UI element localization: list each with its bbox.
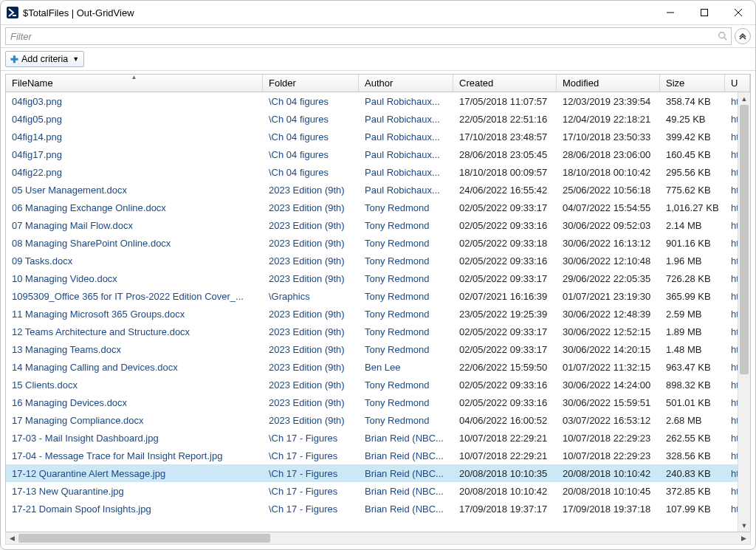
table-row[interactable]: 04fig17.png\Ch 04 figuresPaul Robichaux.… bbox=[6, 145, 750, 163]
cell: 775.62 KB bbox=[660, 181, 725, 199]
cell: 05 User Management.docx bbox=[6, 181, 263, 199]
table-row[interactable]: 17-04 - Message Trace for Mail Insight R… bbox=[6, 447, 750, 464]
column-header-modified[interactable]: Modified bbox=[557, 75, 660, 92]
expand-filter-button[interactable] bbox=[735, 28, 751, 44]
filter-placeholder: Filter bbox=[10, 31, 32, 42]
cell: 726.28 KB bbox=[660, 269, 725, 287]
hscroll-thumb[interactable] bbox=[18, 534, 270, 543]
cell: 25/06/2022 10:56:18 bbox=[557, 181, 660, 199]
scroll-down-arrow-icon[interactable]: ▼ bbox=[738, 519, 750, 532]
cell: 1,016.27 KB bbox=[660, 199, 725, 216]
scroll-up-arrow-icon[interactable]: ▲ bbox=[738, 92, 750, 105]
table-row[interactable]: 15 Clients.docx2023 Edition (9th)Tony Re… bbox=[6, 376, 750, 393]
cell: 2023 Edition (9th) bbox=[263, 181, 359, 199]
table-row[interactable]: 17-03 - Mail Insight Dashboard.jpg\Ch 17… bbox=[6, 429, 750, 447]
minimize-button[interactable] bbox=[653, 1, 687, 24]
cell: Tony Redmond bbox=[359, 287, 453, 305]
table-row[interactable]: 06 Managing Exchange Online.docx2023 Edi… bbox=[6, 199, 750, 216]
window-title: $TotalFiles | Out-GridView bbox=[23, 7, 653, 18]
cell: 12 Teams Architecture and Structure.docx bbox=[6, 323, 263, 340]
cell: 18/10/2018 00:10:42 bbox=[557, 163, 660, 181]
cell: 2023 Edition (9th) bbox=[263, 305, 359, 323]
scroll-track[interactable] bbox=[738, 105, 750, 519]
table-row[interactable]: 17 Managing Compliance.docx2023 Edition … bbox=[6, 411, 750, 429]
cell: Tony Redmond bbox=[359, 340, 453, 358]
cell: \Ch 17 - Figures bbox=[263, 500, 359, 518]
table-row[interactable]: 1095309_Office 365 for IT Pros-2022 Edit… bbox=[6, 287, 750, 305]
cell: 2.14 MB bbox=[660, 216, 725, 234]
cell: 28/06/2018 23:05:45 bbox=[453, 145, 557, 163]
cell: 2.59 MB bbox=[660, 305, 725, 323]
data-grid: FileName ▲ Folder Author Created Modifie… bbox=[5, 74, 751, 532]
cell: 17-04 - Message Trace for Mail Insight R… bbox=[6, 447, 263, 464]
column-header-filename[interactable]: FileName ▲ bbox=[6, 75, 263, 92]
cell: 30/06/2022 16:13:12 bbox=[557, 234, 660, 252]
hscroll-track[interactable] bbox=[18, 532, 738, 544]
table-row[interactable]: 04fig14.png\Ch 04 figuresPaul Robichaux.… bbox=[6, 128, 750, 145]
cell: 30/06/2022 12:48:39 bbox=[557, 305, 660, 323]
horizontal-scrollbar[interactable]: ◀ ▶ bbox=[5, 532, 751, 545]
powershell-icon bbox=[7, 7, 18, 18]
cell: 08 Managing SharePoint Online.docx bbox=[6, 234, 263, 252]
cell: Tony Redmond bbox=[359, 411, 453, 429]
cell: \Ch 17 - Figures bbox=[263, 429, 359, 447]
cell: 13 Managing Teams.docx bbox=[6, 340, 263, 358]
cell: 02/05/2022 09:33:18 bbox=[453, 234, 557, 252]
cell: 17/10/2018 23:48:57 bbox=[453, 128, 557, 145]
scroll-thumb[interactable] bbox=[740, 105, 749, 374]
column-header-extra[interactable]: U bbox=[725, 75, 750, 92]
column-header-created[interactable]: Created bbox=[453, 75, 557, 92]
table-row[interactable]: 04fig22.png\Ch 04 figuresPaul Robichaux.… bbox=[6, 163, 750, 181]
grid-body[interactable]: 04fig03.png\Ch 04 figuresPaul Robichaux.… bbox=[6, 92, 750, 532]
table-row[interactable]: 08 Managing SharePoint Online.docx2023 E… bbox=[6, 234, 750, 252]
table-row[interactable]: 09 Tasks.docx2023 Edition (9th)Tony Redm… bbox=[6, 252, 750, 269]
table-row[interactable]: 17-13 New Quarantine.jpg\Ch 17 - Figures… bbox=[6, 482, 750, 500]
scroll-left-arrow-icon[interactable]: ◀ bbox=[6, 532, 18, 544]
table-row[interactable]: 04fig03.png\Ch 04 figuresPaul Robichaux.… bbox=[6, 92, 750, 110]
table-row[interactable]: 13 Managing Teams.docx2023 Edition (9th)… bbox=[6, 340, 750, 358]
vertical-scrollbar[interactable]: ▲ ▼ bbox=[738, 92, 750, 532]
table-row[interactable]: 05 User Management.docx2023 Edition (9th… bbox=[6, 181, 750, 199]
cell: 20/08/2018 10:10:42 bbox=[453, 482, 557, 500]
cell: 11 Managing Microsoft 365 Groups.docx bbox=[6, 305, 263, 323]
cell: Paul Robichaux... bbox=[359, 145, 453, 163]
window-controls bbox=[653, 1, 755, 24]
table-row[interactable]: 17-21 Domain Spoof Insights.jpg\Ch 17 - … bbox=[6, 500, 750, 518]
cell: 17/09/2018 19:37:17 bbox=[453, 500, 557, 518]
table-row[interactable]: 04fig05.png\Ch 04 figuresPaul Robichaux.… bbox=[6, 110, 750, 128]
column-header-author[interactable]: Author bbox=[359, 75, 453, 92]
column-header-folder[interactable]: Folder bbox=[263, 75, 359, 92]
filter-input[interactable]: Filter bbox=[5, 27, 732, 45]
add-criteria-label: Add criteria bbox=[21, 54, 68, 64]
table-row[interactable]: 11 Managing Microsoft 365 Groups.docx202… bbox=[6, 305, 750, 323]
cell: 262.55 KB bbox=[660, 429, 725, 447]
table-row[interactable]: 16 Managing Devices.docx2023 Edition (9t… bbox=[6, 393, 750, 411]
maximize-button[interactable] bbox=[687, 1, 721, 24]
cell: 17/05/2018 11:07:57 bbox=[453, 92, 557, 110]
table-row[interactable]: 17-12 Quarantine Alert Message.jpg\Ch 17… bbox=[6, 464, 750, 482]
column-header-size[interactable]: Size bbox=[660, 75, 725, 92]
cell: 02/05/2022 09:33:16 bbox=[453, 252, 557, 269]
cell: 2023 Edition (9th) bbox=[263, 376, 359, 393]
table-row[interactable]: 12 Teams Architecture and Structure.docx… bbox=[6, 323, 750, 340]
table-row[interactable]: 10 Managing Video.docx2023 Edition (9th)… bbox=[6, 269, 750, 287]
cell: 240.83 KB bbox=[660, 464, 725, 482]
cell: 04fig14.png bbox=[6, 128, 263, 145]
cell: 10/07/2018 22:29:21 bbox=[453, 429, 557, 447]
cell: Tony Redmond bbox=[359, 252, 453, 269]
cell: 20/08/2018 10:10:42 bbox=[557, 464, 660, 482]
close-button[interactable] bbox=[721, 1, 755, 24]
scroll-right-arrow-icon[interactable]: ▶ bbox=[738, 532, 750, 544]
cell: \Ch 04 figures bbox=[263, 163, 359, 181]
table-row[interactable]: 14 Managing Calling and Devices.docx2023… bbox=[6, 358, 750, 376]
cell: 1.89 MB bbox=[660, 323, 725, 340]
cell: 17-21 Domain Spoof Insights.jpg bbox=[6, 500, 263, 518]
cell: 02/05/2022 09:33:16 bbox=[453, 216, 557, 234]
table-row[interactable]: 07 Managing Mail Flow.docx2023 Edition (… bbox=[6, 216, 750, 234]
cell: Paul Robichaux... bbox=[359, 92, 453, 110]
cell: 1.96 MB bbox=[660, 252, 725, 269]
cell: Brian Reid (NBC... bbox=[359, 482, 453, 500]
add-criteria-button[interactable]: ✚ Add criteria ▼ bbox=[5, 51, 84, 67]
cell: 963.47 KB bbox=[660, 358, 725, 376]
cell: Paul Robichaux... bbox=[359, 163, 453, 181]
